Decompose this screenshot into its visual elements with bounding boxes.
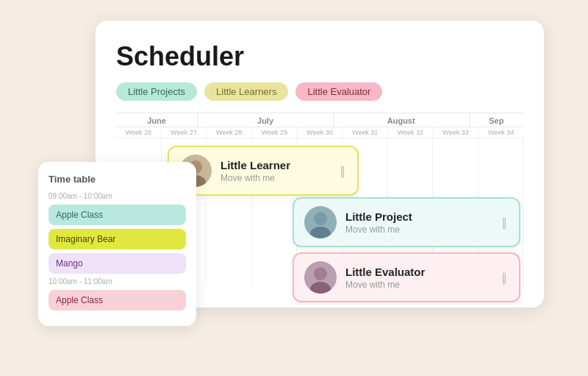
avatar-little-project: [304, 206, 337, 238]
week-26: Week 26: [116, 127, 162, 138]
week-29: Week 29: [252, 127, 298, 138]
timetable-title: Time table: [49, 174, 186, 185]
event-project-name: Little Project: [345, 210, 492, 223]
event-learner-text: Little Learner Move with me: [220, 159, 331, 183]
class-imaginary-bear[interactable]: Imaginary Bear: [49, 229, 186, 249]
timetable-card: Time table 09:00am - 10:00am Apple Class…: [38, 162, 196, 326]
event-project-text: Little Project Move with me: [345, 210, 492, 235]
week-33: Week 33: [434, 127, 479, 138]
month-june: June: [116, 113, 198, 127]
class-mango[interactable]: Mango: [49, 253, 186, 274]
time-label-1: 09:00am - 10:00am: [49, 192, 186, 200]
event-little-project[interactable]: Little Project Move with me ∥: [293, 197, 520, 247]
month-august: August: [334, 113, 470, 127]
calendar-months: June July August Sep: [116, 113, 523, 127]
event-learner-name: Little Learner: [220, 159, 331, 171]
month-july: July: [198, 113, 334, 127]
event-evaluator-sub: Move with me: [345, 280, 492, 290]
week-28: Week 28: [207, 127, 252, 138]
avatar-little-evaluator: [304, 261, 337, 294]
drag-handle-learner[interactable]: ∥: [340, 164, 347, 178]
calendar-weeks: Week 26 Week 27 Week 28 Week 29 Week 30 …: [116, 127, 523, 138]
event-evaluator-name: Little Evaluator: [345, 266, 492, 278]
time-label-2: 10:00am - 11:00am: [49, 277, 186, 285]
svg-point-4: [314, 212, 327, 225]
month-sep: Sep: [470, 113, 523, 127]
event-learner-sub: Move with me: [220, 173, 331, 183]
drag-handle-evaluator[interactable]: ∥: [501, 271, 509, 285]
event-little-evaluator[interactable]: Little Evaluator Move with me ∥: [293, 252, 520, 302]
tag-little-learners[interactable]: Little Learners: [204, 82, 288, 101]
week-27: Week 27: [162, 127, 207, 138]
week-34: Week 34: [478, 127, 523, 138]
event-project-sub: Move with me: [345, 224, 492, 235]
week-32: Week 32: [388, 127, 434, 138]
week-30: Week 30: [298, 127, 343, 138]
filter-tags: Little Projects Little Learners Little E…: [116, 82, 523, 101]
tag-little-projects[interactable]: Little Projects: [116, 82, 197, 101]
drag-handle-project[interactable]: ∥: [501, 216, 509, 230]
scheduler-title: Scheduler: [116, 41, 523, 72]
tag-little-evaluator[interactable]: Little Evaluator: [295, 82, 382, 101]
svg-point-7: [314, 267, 327, 280]
class-apple-1[interactable]: Apple Class: [49, 205, 186, 225]
week-31: Week 31: [343, 127, 388, 138]
event-little-learner[interactable]: Little Learner Move with me ∥: [168, 146, 359, 196]
class-apple-2[interactable]: Apple Class: [49, 290, 186, 311]
event-evaluator-text: Little Evaluator Move with me: [345, 266, 492, 290]
